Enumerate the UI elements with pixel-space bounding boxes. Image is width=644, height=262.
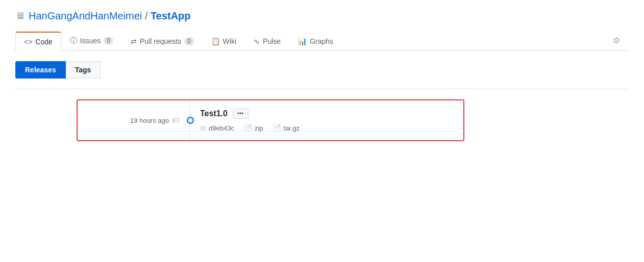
tab-pulse-label: Pulse xyxy=(263,37,281,45)
issues-icon: ⓘ xyxy=(70,36,77,45)
tar-download-link[interactable]: 📄 tar.gz xyxy=(273,124,300,132)
repo-icon: 🖥 xyxy=(15,11,24,21)
tar-label: tar.gz xyxy=(284,124,300,132)
tar-file-icon: 📄 xyxy=(273,124,281,132)
wiki-icon: 📋 xyxy=(211,37,220,45)
pr-badge: 0 xyxy=(184,37,194,45)
nav-tabs: <> Code ⓘ Issues 0 ⇄ Pull requests 0 📋 W… xyxy=(15,30,629,51)
releases-list: 19 hours ago 🏷 Test1.0 ••• ⊙ d9 xyxy=(15,99,629,141)
release-right: Test1.0 ••• ⊙ d9eb43c 📄 zip xyxy=(190,100,463,140)
commit-icon: ⊙ xyxy=(200,124,206,132)
tab-pulse[interactable]: ∿ Pulse xyxy=(245,32,289,50)
tab-issues-label: Issues xyxy=(80,37,101,45)
tab-wiki[interactable]: 📋 Wiki xyxy=(203,32,245,50)
tab-wiki-label: Wiki xyxy=(223,37,236,45)
divider xyxy=(15,89,629,89)
release-time: 19 hours ago xyxy=(130,117,169,124)
tag-icon: 🏷 xyxy=(172,116,179,124)
graphs-icon: 📊 xyxy=(298,37,307,45)
release-title-row: Test1.0 ••• xyxy=(200,109,453,119)
settings-button[interactable]: ⚙ xyxy=(604,30,629,50)
path-separator: / xyxy=(145,10,148,21)
sub-nav: Releases Tags xyxy=(15,61,629,78)
code-icon: <> xyxy=(24,38,32,46)
commit-hash: ⊙ d9eb43c xyxy=(200,124,234,132)
repo-header: 🖥 HanGangAndHanMeimei / TestApp xyxy=(15,10,629,22)
tab-code-label: Code xyxy=(35,38,52,46)
tab-pr-label: Pull requests xyxy=(140,37,181,45)
ellipsis-icon: ••• xyxy=(237,110,244,117)
zip-download-link[interactable]: 📄 zip xyxy=(243,124,263,132)
pr-icon: ⇄ xyxy=(131,37,137,45)
release-left: 19 hours ago 🏷 xyxy=(78,100,190,140)
tab-issues[interactable]: ⓘ Issues 0 xyxy=(61,31,122,50)
zip-file-icon: 📄 xyxy=(243,124,252,132)
tags-tab[interactable]: Tags xyxy=(66,61,101,78)
release-assets: ⊙ d9eb43c 📄 zip 📄 tar.gz xyxy=(200,124,453,132)
tab-graphs[interactable]: 📊 Graphs xyxy=(289,32,342,50)
release-title: Test1.0 xyxy=(200,109,228,118)
pulse-icon: ∿ xyxy=(254,37,260,45)
release-menu-button[interactable]: ••• xyxy=(233,109,249,119)
repo-name-link[interactable]: TestApp xyxy=(151,10,191,21)
repo-path: HanGangAndHanMeimei / TestApp xyxy=(29,10,191,22)
zip-label: zip xyxy=(255,124,263,132)
release-time-wrapper: 19 hours ago 🏷 xyxy=(130,116,179,124)
page-wrapper: 🖥 HanGangAndHanMeimei / TestApp <> Code … xyxy=(0,0,644,162)
issues-badge: 0 xyxy=(104,37,113,45)
tab-pull-requests[interactable]: ⇄ Pull requests 0 xyxy=(122,32,203,50)
tab-code[interactable]: <> Code xyxy=(15,32,61,51)
release-item: 19 hours ago 🏷 Test1.0 ••• ⊙ d9 xyxy=(77,99,464,141)
tab-graphs-label: Graphs xyxy=(310,37,333,45)
org-link[interactable]: HanGangAndHanMeimei xyxy=(29,10,142,21)
release-dot xyxy=(187,117,194,124)
releases-tab[interactable]: Releases xyxy=(15,61,66,78)
gear-icon: ⚙ xyxy=(613,36,620,45)
commit-hash-value: d9eb43c xyxy=(209,124,234,132)
